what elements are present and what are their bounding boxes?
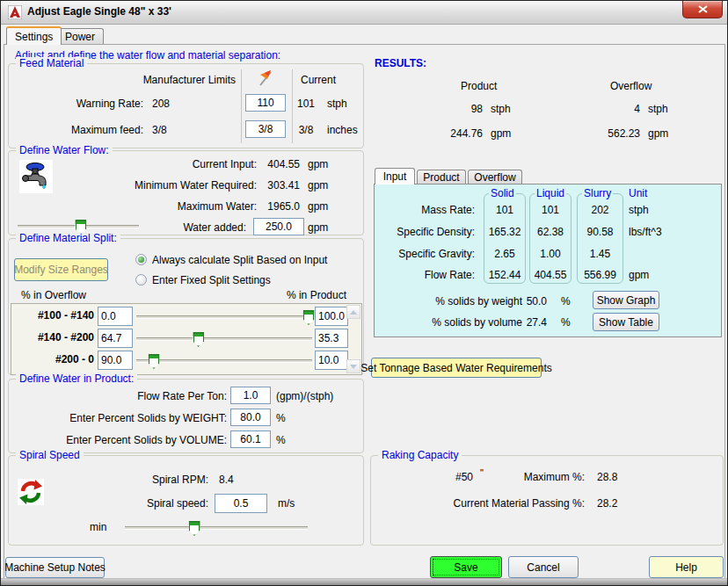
overflow-pct-input[interactable]	[98, 307, 133, 326]
save-button[interactable]: Save	[430, 556, 502, 578]
specific-gravity-label: Specific Gravity:	[375, 248, 475, 260]
solids-by-volume-value: 27.4	[510, 316, 547, 329]
solids-weight-unit: %	[276, 412, 286, 424]
cancel-button[interactable]: Cancel	[508, 556, 579, 578]
overflow-gpm-value: 562.23	[561, 127, 640, 140]
flow-rate-solid: 152.44	[484, 269, 526, 281]
io-tab-input-label: Input	[383, 170, 407, 183]
mass-rate-slurry: 202	[577, 204, 623, 216]
warning-rate-input[interactable]	[245, 94, 286, 112]
io-tab-product-label: Product	[423, 171, 459, 184]
current-passing-label: Current Material Passing %:	[409, 497, 585, 510]
show-graph-button[interactable]: Show Graph	[593, 291, 659, 309]
tab-settings[interactable]: Settings	[6, 26, 62, 45]
water-added-input[interactable]	[253, 218, 304, 235]
specific-density-liquid: 62.38	[529, 226, 571, 238]
set-tonnage-button[interactable]: Set Tonnage Based Water Requirements	[371, 358, 542, 378]
split-slider-thumb[interactable]	[303, 310, 315, 325]
overflow-pct-input[interactable]	[98, 329, 133, 348]
spiral-speed-slider-thumb[interactable]	[189, 521, 200, 536]
tab-power-label: Power	[65, 31, 95, 43]
io-tab-input[interactable]: Input	[375, 168, 415, 184]
scroll-down-button[interactable]	[346, 359, 360, 373]
modify-size-ranges-button[interactable]: Modify Size Ranges	[14, 258, 108, 281]
solids-volume-input[interactable]	[230, 430, 271, 448]
flow-rate-label: Flow Rate:	[375, 269, 475, 281]
solids-by-weight-label: % solids by weight	[406, 295, 522, 307]
product-pct-input[interactable]	[315, 329, 348, 348]
specific-gravity-liquid: 1.00	[529, 248, 571, 260]
scroll-up-button[interactable]	[346, 305, 360, 319]
product-gpm-value: 244.76	[404, 127, 483, 140]
flow-rate-per-ton-unit: (gpm)/(stph)	[276, 390, 333, 402]
product-gpm-unit: gpm	[491, 127, 511, 140]
specific-density-slurry: 90.58	[577, 226, 623, 238]
title-bar[interactable]: Adjust Eagle Single 48" x 33'	[1, 1, 727, 25]
solids-weight-label: Enter Percent Solids by WEIGHT:	[18, 412, 227, 424]
specific-gravity-slurry: 1.45	[577, 248, 623, 260]
split-slider[interactable]	[136, 337, 312, 341]
close-icon	[698, 5, 708, 13]
flow-rate-slurry: 556.99	[577, 269, 623, 281]
solids-volume-label: Enter Percent Solids by VOLUME:	[18, 434, 227, 446]
raking-capacity-title: Raking Capacity	[378, 449, 462, 461]
min-water-value: 303.41	[261, 179, 300, 192]
current-input-label: Current Input:	[62, 158, 257, 170]
results-title: RESULTS:	[375, 57, 426, 69]
machine-setup-notes-button[interactable]: Machine Setup Notes	[5, 557, 105, 578]
warning-flag-icon	[258, 69, 273, 90]
warning-rate-limit: 208	[152, 98, 170, 110]
product-header: % in Product	[255, 289, 346, 301]
product-pct-input[interactable]	[315, 307, 348, 326]
dialog-window: Adjust Eagle Single 48" x 33' Settings P…	[0, 0, 728, 586]
radio-fixed-split[interactable]	[135, 274, 147, 286]
solids-by-weight-unit: %	[561, 295, 571, 307]
radio-fixed-split-label: Enter Fixed Split Settings	[152, 274, 271, 286]
io-tab-overflow[interactable]: Overflow	[468, 170, 522, 184]
maximum-pct-value: 28.8	[597, 471, 617, 483]
window-bottom-edge	[1, 578, 727, 585]
water-flow-group: Define Water Flow: Current Input: 404.55…	[8, 150, 364, 235]
overflow-stph-unit: stph	[648, 103, 668, 115]
close-button[interactable]	[682, 1, 723, 18]
water-added-slider[interactable]	[18, 225, 139, 228]
overflow-header: % in Overflow	[21, 289, 86, 301]
max-feed-input[interactable]	[245, 120, 286, 138]
min-label: min	[90, 521, 106, 533]
split-slider[interactable]	[136, 315, 312, 319]
material-split-title: Define Material Split:	[16, 232, 120, 244]
io-input-panel: Solid Liquid Slurry Unit Mass Rate: 101 …	[374, 184, 722, 337]
radio-calc-split-label: Always calculate Split Based on Input	[152, 254, 327, 266]
product-pct-input[interactable]	[315, 351, 348, 370]
size-range-label: #200 - 0	[11, 353, 94, 365]
split-slider-thumb[interactable]	[149, 354, 160, 369]
help-button[interactable]: Help	[649, 556, 724, 578]
water-in-product-group: Define Water in Product: Flow Rate Per T…	[8, 379, 364, 453]
spiral-rpm-label: Spiral RPM:	[33, 474, 208, 486]
liquid-column-header: Liquid	[535, 187, 566, 199]
tab-power[interactable]: Power	[56, 28, 104, 45]
io-tab-overflow-label: Overflow	[474, 171, 515, 184]
split-slider[interactable]	[136, 359, 312, 363]
flow-rate-per-ton-input[interactable]	[230, 387, 271, 404]
spiral-speed-unit: m/s	[278, 497, 295, 510]
specific-density-unit: lbs/ft^3	[629, 226, 662, 238]
overflow-pct-input[interactable]	[98, 351, 133, 370]
water-flow-title: Define Water Flow:	[16, 144, 113, 156]
show-table-button[interactable]: Show Table	[593, 313, 659, 331]
warning-rate-label: Warning Rate:	[18, 98, 143, 110]
faucet-icon	[19, 160, 53, 193]
product-stph-value: 98	[404, 103, 483, 115]
spiral-speed-input[interactable]	[215, 494, 267, 513]
radio-calc-split[interactable]	[135, 254, 147, 265]
size-range-label: #140 - #200	[11, 331, 94, 344]
spiral-speed-slider[interactable]	[125, 526, 308, 530]
split-slider-thumb[interactable]	[193, 332, 204, 347]
solid-column-header: Solid	[489, 187, 516, 199]
solids-weight-input[interactable]	[230, 409, 271, 426]
io-tab-product[interactable]: Product	[417, 170, 466, 184]
feed-material-title: Feed Material	[16, 57, 87, 69]
chevron-up-icon	[350, 310, 357, 315]
size-range-label: #100 - #140	[11, 309, 94, 322]
max-feed-current: 3/8	[292, 124, 320, 136]
